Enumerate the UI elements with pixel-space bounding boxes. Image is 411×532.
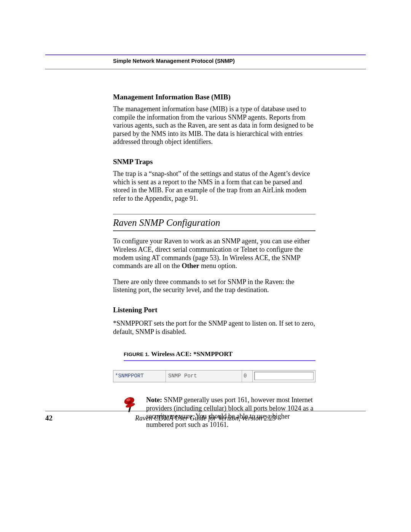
note-body: SNMP generally uses port 161, however mo… (146, 396, 313, 428)
figure-cell-value: 0 (242, 371, 253, 382)
heading-listening-port: Listening Port (113, 306, 315, 314)
section-bottom-rule (113, 230, 315, 231)
figure-cell-description: SNMP Port (166, 371, 242, 382)
figure-label: FIGURE 1. (124, 351, 150, 357)
figure-title: Wireless ACE: *SNMPPORT (151, 350, 233, 358)
paragraph-config-1b: menu option. (199, 262, 237, 270)
note-text: Note: SNMP generally uses port 161, howe… (146, 396, 315, 429)
figure-rule (124, 360, 315, 361)
footer-title: Raven CDMA User Guide for Verizon, versi… (0, 414, 411, 422)
heading-mib: Management Information Base (MIB) (113, 93, 315, 101)
figure-cell-command: *SNMPPORT (113, 371, 166, 382)
heading-raven-config: Raven SNMP Configuration (113, 217, 315, 231)
header-bottom-rule (45, 69, 366, 69)
note-block: Note: SNMP generally uses port 161, howe… (113, 396, 315, 429)
paragraph-snmp-traps: The trap is a “snap-shot” of the setting… (113, 170, 315, 203)
header-top-rule (45, 54, 366, 55)
content-column: Management Information Base (MIB) The ma… (113, 93, 315, 429)
paragraph-mib: The management information base (MIB) is… (113, 105, 315, 146)
paragraph-listening-port: *SNMPPORT sets the port for the SNMP age… (113, 320, 315, 336)
figure-caption: FIGURE 1. Wireless ACE: *SNMPPORT (124, 350, 315, 361)
page: Simple Network Management Protocol (SNMP… (0, 0, 411, 532)
figure-text-input[interactable] (254, 372, 314, 380)
note-label: Note: (146, 396, 164, 404)
text-other-bold: Other (182, 262, 199, 270)
paragraph-config-2: There are only three commands to set for… (113, 278, 315, 294)
running-header: Simple Network Management Protocol (SNMP… (113, 58, 365, 64)
figure-cell-input-wrap (253, 371, 315, 382)
section-divider: Raven SNMP Configuration (113, 214, 315, 231)
heading-snmp-traps: SNMP Traps (113, 158, 315, 166)
figure-snmpport-row: *SNMPPORT SNMP Port 0 (113, 370, 315, 382)
paragraph-config-1: To configure your Raven to work as an SN… (113, 237, 315, 270)
footer-rule (45, 411, 366, 411)
